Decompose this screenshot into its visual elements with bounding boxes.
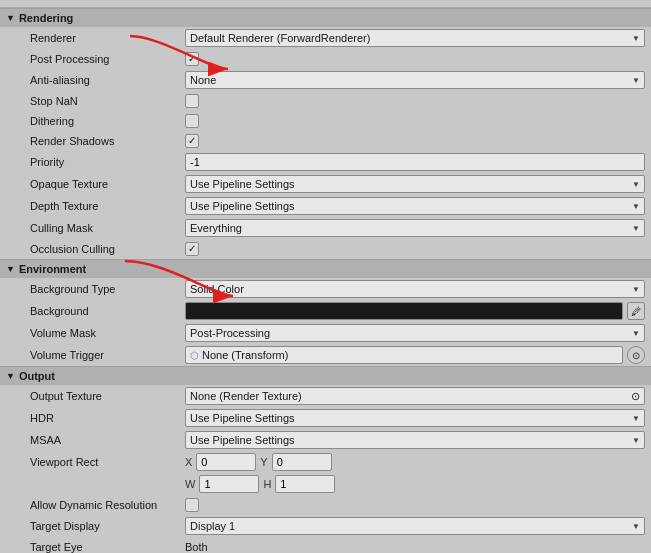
renderer-dropdown[interactable]: Default Renderer (ForwardRenderer) ▼ <box>185 29 645 47</box>
anti-aliasing-control: None ▼ <box>185 71 645 89</box>
occlusion-culling-checkbox[interactable] <box>185 242 199 256</box>
hdr-row: HDR Use Pipeline Settings ▼ <box>0 407 651 429</box>
culling-mask-dropdown[interactable]: Everything ▼ <box>185 219 645 237</box>
post-processing-label: Post Processing <box>30 53 185 65</box>
stop-nan-checkbox[interactable] <box>185 94 199 108</box>
volume-mask-dropdown[interactable]: Post-Processing ▼ <box>185 324 645 342</box>
background-color-swatch[interactable] <box>185 302 623 320</box>
viewport-x-input[interactable] <box>196 453 256 471</box>
priority-control <box>185 153 645 171</box>
rendering-collapse-arrow: ▼ <box>6 13 15 23</box>
msaa-label: MSAA <box>30 434 185 446</box>
allow-dynamic-resolution-row: Allow Dynamic Resolution <box>0 495 651 515</box>
renderer-dropdown-arrow: ▼ <box>632 34 640 43</box>
depth-texture-dropdown[interactable]: Use Pipeline Settings ▼ <box>185 197 645 215</box>
viewport-y-label: Y <box>260 456 267 468</box>
allow-dynamic-resolution-checkbox[interactable] <box>185 498 199 512</box>
anti-aliasing-value: None <box>190 74 216 86</box>
target-display-arrow: ▼ <box>632 522 640 531</box>
output-section-header[interactable]: ▼ Output <box>0 366 651 385</box>
rendering-section-header[interactable]: ▼ Rendering <box>0 8 651 27</box>
msaa-value: Use Pipeline Settings <box>190 434 295 446</box>
volume-trigger-circle-btn[interactable]: ⊙ <box>627 346 645 364</box>
msaa-dropdown[interactable]: Use Pipeline Settings ▼ <box>185 431 645 449</box>
volume-mask-label: Volume Mask <box>30 327 185 339</box>
opaque-texture-arrow: ▼ <box>632 180 640 189</box>
output-texture-dropdown[interactable]: None (Render Texture) ⊙ <box>185 387 645 405</box>
culling-mask-value: Everything <box>190 222 242 234</box>
stop-nan-row: Stop NaN <box>0 91 651 111</box>
volume-trigger-dropdown[interactable]: ⬡ None (Transform) <box>185 346 623 364</box>
opaque-texture-value: Use Pipeline Settings <box>190 178 295 190</box>
renderer-value: Default Renderer (ForwardRenderer) <box>190 32 370 44</box>
opaque-texture-row: Opaque Texture Use Pipeline Settings ▼ <box>0 173 651 195</box>
stop-nan-label: Stop NaN <box>30 95 185 107</box>
output-collapse-arrow: ▼ <box>6 371 15 381</box>
volume-mask-arrow: ▼ <box>632 329 640 338</box>
volume-trigger-label: Volume Trigger <box>30 349 185 361</box>
environment-collapse-arrow: ▼ <box>6 264 15 274</box>
depth-texture-arrow: ▼ <box>632 202 640 211</box>
msaa-control: Use Pipeline Settings ▼ <box>185 431 645 449</box>
dithering-row: Dithering <box>0 111 651 131</box>
occlusion-culling-label: Occlusion Culling <box>30 243 185 255</box>
allow-dynamic-resolution-label: Allow Dynamic Resolution <box>30 499 185 511</box>
opaque-texture-dropdown[interactable]: Use Pipeline Settings ▼ <box>185 175 645 193</box>
output-texture-label: Output Texture <box>30 390 185 402</box>
render-shadows-checkbox[interactable] <box>185 134 199 148</box>
target-display-label: Target Display <box>30 520 185 532</box>
inspector-panel: ▼ Rendering Renderer Default Renderer (F… <box>0 0 651 553</box>
background-type-dropdown[interactable]: Solid Color ▼ <box>185 280 645 298</box>
target-eye-value: Both <box>185 541 208 553</box>
depth-texture-row: Depth Texture Use Pipeline Settings ▼ <box>0 195 651 217</box>
background-type-dropdown-arrow: ▼ <box>632 285 640 294</box>
depth-texture-label: Depth Texture <box>30 200 185 212</box>
viewport-rect-control: X Y <box>185 453 645 471</box>
volume-mask-row: Volume Mask Post-Processing ▼ <box>0 322 651 344</box>
environment-section-content: Background Type Solid Color ▼ Background <box>0 278 651 366</box>
environment-section-header[interactable]: ▼ Environment <box>0 259 651 278</box>
output-texture-value: None (Render Texture) <box>190 390 302 402</box>
priority-input[interactable] <box>185 153 645 171</box>
hdr-arrow: ▼ <box>632 414 640 423</box>
viewport-rect-control2: W H <box>185 475 645 493</box>
hdr-control: Use Pipeline Settings ▼ <box>185 409 645 427</box>
viewport-y-input[interactable] <box>272 453 332 471</box>
hdr-dropdown[interactable]: Use Pipeline Settings ▼ <box>185 409 645 427</box>
msaa-row: MSAA Use Pipeline Settings ▼ <box>0 429 651 451</box>
dithering-label: Dithering <box>30 115 185 127</box>
background-pick-icon[interactable]: 🖉 <box>627 302 645 320</box>
occlusion-culling-control <box>185 242 645 256</box>
target-eye-label: Target Eye <box>30 541 185 553</box>
volume-mask-control: Post-Processing ▼ <box>185 324 645 342</box>
occlusion-culling-row: Occlusion Culling <box>0 239 651 259</box>
background-type-control: Solid Color ▼ <box>185 280 645 298</box>
viewport-w-input[interactable] <box>199 475 259 493</box>
background-row: Background 🖉 <box>0 300 651 322</box>
viewport-rect-label: Viewport Rect <box>30 456 185 468</box>
anti-aliasing-dropdown[interactable]: None ▼ <box>185 71 645 89</box>
viewport-h-input[interactable] <box>275 475 335 493</box>
target-eye-control: Both <box>185 541 645 553</box>
renderer-row: Renderer Default Renderer (ForwardRender… <box>0 27 651 49</box>
post-processing-checkbox[interactable] <box>185 52 199 66</box>
culling-mask-arrow: ▼ <box>632 224 640 233</box>
rendering-section-title: Rendering <box>19 12 73 24</box>
culling-mask-label: Culling Mask <box>30 222 185 234</box>
output-texture-row: Output Texture None (Render Texture) ⊙ <box>0 385 651 407</box>
volume-trigger-scene-icon: ⬡ <box>190 350 199 361</box>
output-section-content: Output Texture None (Render Texture) ⊙ H… <box>0 385 651 553</box>
volume-trigger-value: None (Transform) <box>202 349 288 361</box>
target-display-row: Target Display Display 1 ▼ <box>0 515 651 537</box>
post-processing-control <box>185 52 645 66</box>
opaque-texture-control: Use Pipeline Settings ▼ <box>185 175 645 193</box>
background-type-row: Background Type Solid Color ▼ <box>0 278 651 300</box>
background-label: Background <box>30 305 185 317</box>
renderer-label: Renderer <box>30 32 185 44</box>
viewport-rect-row2: W H <box>0 473 651 495</box>
volume-trigger-row: Volume Trigger ⬡ None (Transform) ⊙ <box>0 344 651 366</box>
dithering-checkbox[interactable] <box>185 114 199 128</box>
target-display-dropdown[interactable]: Display 1 ▼ <box>185 517 645 535</box>
anti-aliasing-arrow: ▼ <box>632 76 640 85</box>
culling-mask-row: Culling Mask Everything ▼ <box>0 217 651 239</box>
